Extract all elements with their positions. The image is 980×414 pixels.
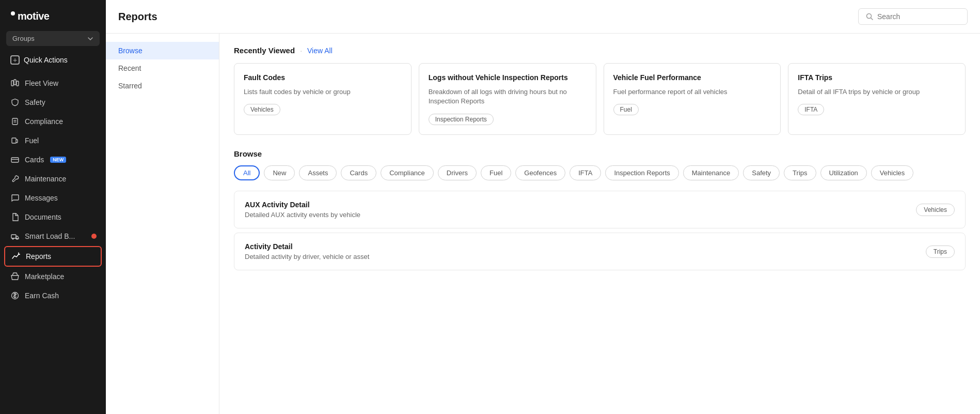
chart-icon (11, 252, 21, 261)
sidebar-item-marketplace[interactable]: Marketplace (4, 267, 102, 286)
sidebar-item-maintenance-label: Maintenance (25, 175, 66, 183)
filter-inspection-reports[interactable]: Inspection Reports (605, 165, 678, 180)
svg-point-12 (12, 238, 13, 239)
browse-item-info: Activity Detail Detailed activity by dri… (245, 242, 926, 260)
svg-rect-11 (11, 235, 16, 238)
browse-item-info: AUX Activity Detail Detailed AUX activit… (245, 201, 916, 219)
dollar-icon (10, 291, 20, 300)
filter-all[interactable]: All (234, 165, 260, 180)
filter-tags: All New Assets Cards Compliance Drivers … (234, 165, 966, 180)
svg-rect-2 (11, 81, 13, 86)
sidebar-item-maintenance[interactable]: Maintenance (4, 170, 102, 188)
credit-card-icon (10, 155, 20, 164)
filter-geofences[interactable]: Geofences (515, 165, 565, 180)
filter-drivers[interactable]: Drivers (438, 165, 477, 180)
browse-item-tag: Trips (926, 246, 955, 258)
sidebar-item-fleet-view-label: Fleet View (25, 79, 58, 87)
document-icon (10, 212, 20, 222)
search-input[interactable] (877, 12, 960, 21)
sidebar-item-reports-label: Reports (26, 252, 51, 260)
svg-rect-5 (12, 118, 18, 125)
message-icon (10, 193, 20, 203)
report-card-fuel-performance[interactable]: Vehicle Fuel Performance Fuel performanc… (604, 63, 781, 135)
notification-dot (91, 234, 97, 239)
filter-utilization[interactable]: Utilization (820, 165, 867, 180)
filter-cards[interactable]: Cards (341, 165, 376, 180)
sidebar-item-safety[interactable]: Safety (4, 93, 102, 112)
browse-item-aux[interactable]: AUX Activity Detail Detailed AUX activit… (234, 191, 966, 228)
sidebar-nav: Fleet View Safety Compliance Fuel Cards (0, 74, 106, 414)
sidebar-item-fuel[interactable]: Fuel (4, 131, 102, 150)
report-card-tag: Vehicles (244, 104, 280, 115)
report-card-desc: Lists fault codes by vehicle or group (244, 87, 402, 97)
browse-item-title: AUX Activity Detail (245, 201, 916, 209)
report-card-desc: Detail of all IFTA trips by vehicle or g… (798, 87, 956, 97)
left-nav-browse[interactable]: Browse (106, 42, 219, 59)
sidebar-item-smart-load-label: Smart Load B... (25, 232, 75, 240)
view-all-link[interactable]: View All (307, 47, 333, 55)
report-card-tag: Fuel (613, 104, 639, 115)
main-content: Reports Browse Recent Starred Recently V… (106, 0, 980, 414)
page-title: Reports (118, 11, 157, 23)
logo-text: motive (10, 9, 96, 24)
filter-trips[interactable]: Trips (784, 165, 816, 180)
sidebar-item-safety-label: Safety (25, 98, 45, 106)
recently-viewed-title: Recently Viewed (234, 46, 295, 55)
plus-icon: + (10, 55, 20, 65)
filter-vehicles[interactable]: Vehicles (871, 165, 913, 180)
report-card-fault-codes[interactable]: Fault Codes Lists fault codes by vehicle… (234, 63, 412, 135)
filter-compliance[interactable]: Compliance (381, 165, 434, 180)
quick-actions-button[interactable]: + Quick Actions (6, 52, 100, 68)
new-badge: NEW (50, 157, 66, 163)
report-card-title: Vehicle Fuel Performance (613, 73, 771, 83)
groups-label: Groups (12, 35, 35, 42)
svg-text:motive: motive (18, 10, 50, 22)
browse-list: AUX Activity Detail Detailed AUX activit… (234, 191, 966, 274)
sidebar-item-cards[interactable]: Cards NEW (4, 150, 102, 169)
left-nav-starred[interactable]: Starred (106, 77, 219, 95)
svg-rect-9 (11, 158, 19, 162)
sidebar-item-smart-load[interactable]: Smart Load B... (4, 227, 102, 246)
search-icon (866, 13, 873, 20)
svg-rect-3 (14, 80, 16, 85)
report-card-title: Logs without Vehicle Inspection Reports (429, 73, 587, 83)
sidebar: motive Groups + Quick Actions Fleet View… (0, 0, 106, 414)
svg-rect-4 (17, 81, 19, 86)
left-nav-recent[interactable]: Recent (106, 59, 219, 77)
sidebar-item-marketplace-label: Marketplace (25, 272, 64, 281)
fuel-icon (10, 136, 20, 145)
report-card-ifta-trips[interactable]: IFTA Trips Detail of all IFTA trips by v… (788, 63, 966, 135)
chevron-down-icon (87, 36, 93, 42)
sidebar-item-fleet-view[interactable]: Fleet View (4, 74, 102, 93)
content-area: Browse Recent Starred Recently Viewed · … (106, 34, 980, 414)
store-icon (10, 272, 20, 281)
sidebar-item-messages[interactable]: Messages (4, 189, 102, 207)
sidebar-item-fuel-label: Fuel (25, 136, 39, 145)
svg-rect-8 (12, 138, 16, 143)
sidebar-item-compliance-label: Compliance (25, 117, 63, 126)
report-card-logs-inspection[interactable]: Logs without Vehicle Inspection Reports … (419, 63, 596, 135)
sidebar-item-reports[interactable]: Reports (4, 246, 102, 267)
browse-item-desc: Detailed AUX activity events by vehicle (245, 211, 916, 219)
sidebar-item-earn-cash[interactable]: Earn Cash (4, 286, 102, 305)
recently-viewed-header: Recently Viewed · View All (234, 46, 966, 55)
search-box[interactable] (858, 8, 968, 25)
filter-ifta[interactable]: IFTA (570, 165, 601, 180)
filter-assets[interactable]: Assets (299, 165, 337, 180)
reports-main: Recently Viewed · View All Fault Codes L… (219, 34, 980, 414)
report-card-title: Fault Codes (244, 73, 402, 83)
filter-fuel[interactable]: Fuel (481, 165, 511, 180)
filter-maintenance[interactable]: Maintenance (683, 165, 739, 180)
filter-safety[interactable]: Safety (743, 165, 780, 180)
left-nav: Browse Recent Starred (106, 34, 219, 414)
groups-selector[interactable]: Groups (6, 31, 100, 46)
topbar: Reports (106, 0, 980, 34)
logo: motive (0, 0, 106, 31)
filter-new[interactable]: New (264, 165, 295, 180)
sidebar-item-documents[interactable]: Documents (4, 208, 102, 226)
section-separator: · (300, 47, 302, 55)
sidebar-item-compliance[interactable]: Compliance (4, 112, 102, 131)
browse-item-activity[interactable]: Activity Detail Detailed activity by dri… (234, 233, 966, 270)
shield-icon (10, 98, 20, 107)
report-card-tag: IFTA (798, 104, 824, 115)
